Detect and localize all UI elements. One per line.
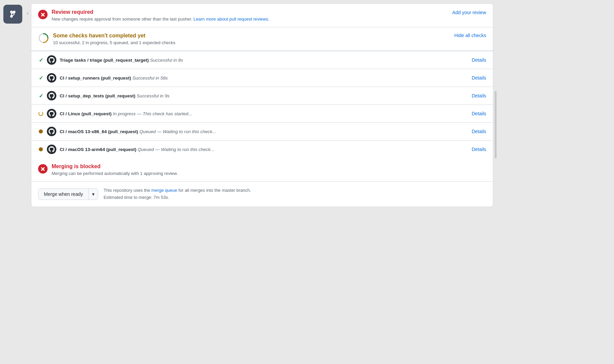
merge-queue-link[interactable]: merge queue xyxy=(151,188,177,193)
check-label: CI / macOS 13-arm64 (pull_request) Queue… xyxy=(60,147,468,152)
check-row: ✓ CI / setup_dep_tests (pull_request) Su… xyxy=(31,87,493,105)
check-queued-icon xyxy=(38,129,44,133)
merge-blocked-subtitle: Merging can be performed automatically w… xyxy=(52,171,486,176)
check-label: CI / setup_dep_tests (pull_request) Succ… xyxy=(60,93,468,98)
check-rows: ✓ Triage tasks / triage (pull_request_ta… xyxy=(31,51,493,158)
review-required-title: Review required xyxy=(52,9,269,15)
merge-when-ready-button[interactable]: Merge when ready xyxy=(38,189,89,200)
github-icon xyxy=(47,55,56,65)
check-label: CI / Linux (pull_request) In progress — … xyxy=(60,111,468,116)
merge-info: This repository uses the merge queue for… xyxy=(104,187,251,201)
checks-content: Some checks haven't completed yet 10 suc… xyxy=(53,33,486,45)
check-queued-icon xyxy=(38,147,44,151)
github-icon xyxy=(47,127,56,136)
check-label: CI / macOS 13-x86_64 (pull_request) Queu… xyxy=(60,129,468,134)
github-icon xyxy=(47,109,56,118)
scrollbar-thumb[interactable] xyxy=(495,91,497,158)
check-details-link[interactable]: Details xyxy=(472,75,486,81)
review-required-icon xyxy=(38,10,48,19)
merge-blocked-section: Merging is blocked Merging can be perfor… xyxy=(31,158,493,182)
check-success-icon: ✓ xyxy=(38,57,44,63)
hide-checks-link[interactable]: Hide all checks xyxy=(454,33,486,38)
check-row: CI / macOS 13-x86_64 (pull_request) Queu… xyxy=(31,123,493,141)
check-details-link[interactable]: Details xyxy=(472,57,486,63)
check-success-icon: ✓ xyxy=(38,75,44,81)
check-label: Triage tasks / triage (pull_request_targ… xyxy=(60,58,468,63)
main-panel: Review required New changes require appr… xyxy=(31,3,493,207)
scrollbar-track[interactable] xyxy=(494,3,497,334)
checks-progress-icon xyxy=(38,33,49,43)
checks-title: Some checks haven't completed yet xyxy=(53,33,175,39)
merge-blocked-icon xyxy=(38,164,48,174)
github-icon xyxy=(47,145,56,154)
check-row: ✓ CI / setup_runners (pull_request) Succ… xyxy=(31,69,493,87)
merge-button-group: Merge when ready ▾ xyxy=(38,188,98,200)
merge-dropdown-button[interactable]: ▾ xyxy=(89,189,98,200)
merge-blocked-title: Merging is blocked xyxy=(52,163,486,170)
check-row: CI / Linux (pull_request) In progress — … xyxy=(31,105,493,123)
check-details-link[interactable]: Details xyxy=(472,93,486,98)
collapse-arrow[interactable]: ‹ xyxy=(24,3,31,16)
checks-section: Some checks haven't completed yet 10 suc… xyxy=(31,27,493,51)
check-details-link[interactable]: Details xyxy=(472,111,486,116)
review-required-subtitle: New changes require approval from someon… xyxy=(52,17,269,22)
check-row: ✓ Triage tasks / triage (pull_request_ta… xyxy=(31,51,493,69)
checks-subtitle: 10 successful, 2 in progress, 5 queued, … xyxy=(53,40,175,45)
check-success-icon: ✓ xyxy=(38,93,44,99)
check-row: CI / macOS 13-arm64 (pull_request) Queue… xyxy=(31,141,493,158)
merge-blocked-content: Merging is blocked Merging can be perfor… xyxy=(52,163,486,176)
check-details-link[interactable]: Details xyxy=(472,129,486,134)
merge-section: Merge when ready ▾ This repository uses … xyxy=(31,182,493,207)
add-review-link[interactable]: Add your review xyxy=(452,9,486,15)
check-inprogress-icon xyxy=(38,111,44,116)
github-icon xyxy=(47,91,56,100)
review-required-content: Review required New changes require appr… xyxy=(52,9,486,22)
learn-more-link[interactable]: Learn more about pull request reviews. xyxy=(194,17,270,22)
check-details-link[interactable]: Details xyxy=(472,147,486,152)
check-label: CI / setup_runners (pull_request) Succes… xyxy=(60,75,468,81)
git-icon-box xyxy=(3,5,22,24)
review-required-section: Review required New changes require appr… xyxy=(31,4,493,27)
github-icon xyxy=(47,73,56,83)
